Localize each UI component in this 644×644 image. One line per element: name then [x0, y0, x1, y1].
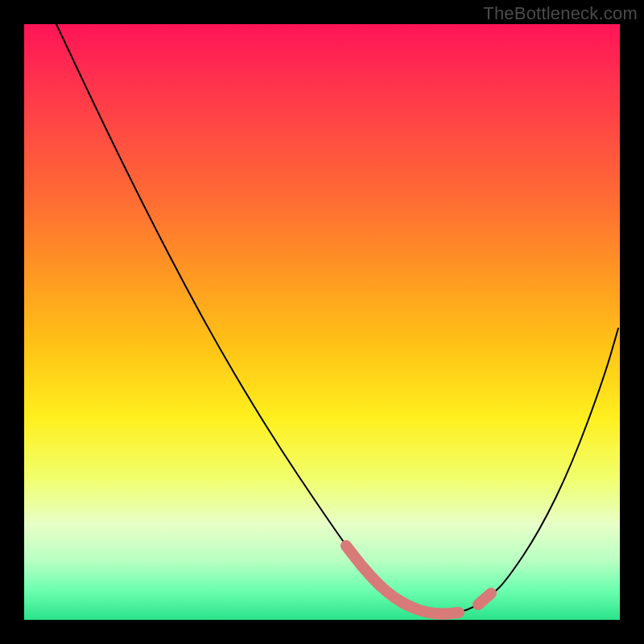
watermark-text: TheBottleneck.com — [483, 3, 638, 24]
chart-frame: TheBottleneck.com — [0, 0, 644, 644]
curve-layer — [24, 24, 620, 620]
highlight-dash — [478, 593, 491, 605]
plot-area — [24, 24, 620, 620]
bottleneck-curve — [56, 24, 618, 614]
highlight-band — [346, 546, 459, 614]
